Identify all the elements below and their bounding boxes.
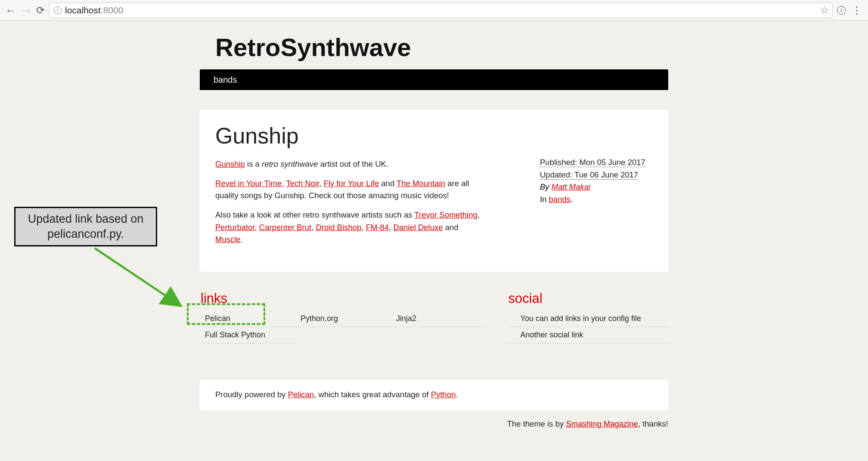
text: artist out of the UK. (318, 159, 389, 168)
theme-credit: The theme is by Smashing Magazine, thank… (200, 411, 668, 436)
links-section: links Pelican Full Stack Python Python.o… (200, 291, 490, 343)
link-full-stack-python[interactable]: Full Stack Python (201, 327, 296, 343)
meta-category: In bands. (540, 193, 652, 206)
links-column-0: Pelican Full Stack Python (201, 311, 296, 343)
navbar: bands (200, 69, 668, 90)
text: , (319, 179, 323, 188)
bookmark-star-icon[interactable]: ☆ (820, 5, 829, 16)
paragraph: Gunship is a retro synthwave artist out … (215, 158, 487, 171)
links-column-1: Python.org (296, 311, 392, 343)
site-info-icon[interactable]: i (54, 6, 62, 14)
link-droid-bishop[interactable]: Droid Bishop (316, 223, 361, 232)
article-title: Gunship (215, 123, 653, 149)
link-jinja2[interactable]: Jinja2 (392, 311, 487, 327)
article-meta: Published: Mon 05 June 2017 Updated: Tue… (540, 156, 652, 206)
text: , (389, 223, 393, 232)
text: . (241, 235, 243, 244)
back-button[interactable]: ← (5, 5, 16, 16)
text: . (456, 390, 458, 399)
link-fly-for-your-life[interactable]: Fly for Your Life (324, 179, 379, 188)
link-footer-python[interactable]: Python (431, 390, 456, 399)
site-title: RetroSynthwave (200, 21, 668, 69)
text: Updated: (540, 170, 574, 179)
browser-toolbar: ← → ⟳ i localhost:8000 ☆ i ⋮ (0, 0, 868, 21)
text: By (540, 182, 552, 191)
article-body: Gunship is a retro synthwave artist out … (215, 158, 487, 246)
text: Proudly powered by (215, 390, 288, 399)
text: is a (245, 159, 262, 168)
lower-sections: links Pelican Full Stack Python Python.o… (200, 291, 668, 343)
chrome-menu-icon[interactable]: ⋮ (852, 5, 862, 16)
text: and (443, 223, 459, 232)
paragraph: Also take a look at other retro synthwav… (215, 209, 487, 246)
text: . (570, 195, 573, 204)
link-category-bands[interactable]: bands (549, 195, 570, 204)
social-heading: social (508, 291, 668, 306)
link-fm-84[interactable]: FM-84 (366, 223, 389, 232)
social-section: social You can add links in your config … (490, 291, 668, 343)
text: , thanks! (638, 419, 668, 428)
meta-published: Published: Mon 05 June 2017 (540, 156, 652, 169)
link-daniel-deluxe[interactable]: Daniel Deluxe (393, 223, 443, 232)
link-author[interactable]: Matt Makai (552, 182, 590, 191)
social-link-0[interactable]: You can add links in your config file (508, 311, 668, 327)
text: Also take a look at other retro synthwav… (215, 210, 414, 219)
text: , (477, 210, 480, 219)
text: Tue 06 June 2017 (574, 170, 638, 179)
link-carpenter-brut[interactable]: Carpenter Brut (259, 223, 311, 232)
meta-updated: Updated: Tue 06 June 2017 (540, 169, 652, 181)
annotation-callout: Updated link based on pelicanconf.py. (14, 207, 157, 246)
text: , (255, 223, 259, 232)
links-column-2: Jinja2 (392, 311, 487, 343)
text: , (361, 223, 366, 232)
text: and (379, 179, 397, 188)
text-emphasis: retro synthwave (262, 159, 318, 168)
forward-button[interactable]: → (21, 5, 32, 16)
footer: Proudly powered by Pelican, which takes … (200, 380, 668, 411)
social-link-1[interactable]: Another social link (508, 327, 668, 343)
meta-author: By Matt Makai (540, 181, 652, 193)
social-list: You can add links in your config file An… (508, 311, 668, 343)
link-gunship[interactable]: Gunship (215, 159, 245, 168)
viewport: Updated link based on pelicanconf.py. Re… (0, 21, 868, 461)
extension-info-icon[interactable]: i (837, 6, 846, 15)
page: RetroSynthwave bands Gunship Gunship is … (200, 21, 668, 436)
paragraph: Revel in Your Time, Tech Noir, Fly for Y… (215, 178, 487, 202)
chrome-right-icons: i ⋮ (837, 5, 864, 16)
url-text: localhost:8000 (65, 5, 123, 16)
link-tech-noir[interactable]: Tech Noir (286, 179, 319, 188)
link-revel-in-your-time[interactable]: Revel in Your Time (215, 179, 282, 188)
links-heading: links (201, 291, 490, 306)
links-columns: Pelican Full Stack Python Python.org Jin… (201, 311, 490, 343)
text: , (311, 223, 316, 232)
text: In (540, 195, 549, 204)
link-smashing-magazine[interactable]: Smashing Magazine (566, 419, 638, 428)
text: Published: (540, 158, 580, 167)
link-python-org[interactable]: Python.org (296, 311, 392, 327)
link-footer-pelican[interactable]: Pelican (288, 390, 314, 399)
link-muscle[interactable]: Muscle (215, 235, 241, 244)
link-pelican[interactable]: Pelican (201, 311, 296, 327)
annotation-arrow (86, 246, 198, 332)
annotation-text: Updated link based on pelicanconf.py. (20, 212, 152, 242)
reload-button[interactable]: ⟳ (36, 4, 45, 16)
text: The theme is by (507, 419, 566, 428)
link-the-mountain[interactable]: The Mountain (397, 179, 445, 188)
link-trevor-something[interactable]: Trevor Something (414, 210, 477, 219)
svg-line-0 (95, 248, 181, 306)
nav-item-bands[interactable]: bands (214, 75, 237, 85)
text: , (282, 179, 286, 188)
text: Mon 05 June 2017 (580, 158, 645, 167)
link-perturbator[interactable]: Perturbator (215, 223, 255, 232)
article-card: Gunship Gunship is a retro synthwave art… (200, 110, 668, 272)
address-bar[interactable]: i localhost:8000 ☆ (49, 3, 833, 18)
text: , which takes great advantage of (314, 390, 431, 399)
